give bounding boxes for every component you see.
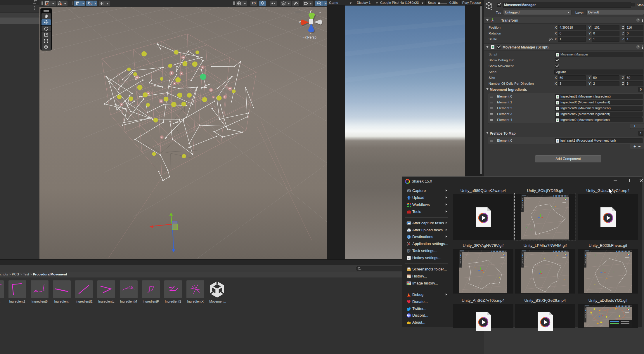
svg-text:#: # xyxy=(557,113,558,116)
svg-text:#: # xyxy=(492,46,494,49)
svg-text:x: x xyxy=(299,20,301,24)
svg-text:z: z xyxy=(310,30,312,35)
svg-text:#: # xyxy=(557,53,558,56)
svg-text:A: A xyxy=(408,257,410,260)
svg-text:Y: Y xyxy=(76,3,78,6)
svg-text:#: # xyxy=(557,107,558,110)
svg-text:y: y xyxy=(310,8,312,13)
svg-text:#: # xyxy=(557,96,558,98)
svg-text:#: # xyxy=(557,140,558,143)
svg-text:#: # xyxy=(557,101,558,104)
svg-text:#: # xyxy=(557,119,558,122)
